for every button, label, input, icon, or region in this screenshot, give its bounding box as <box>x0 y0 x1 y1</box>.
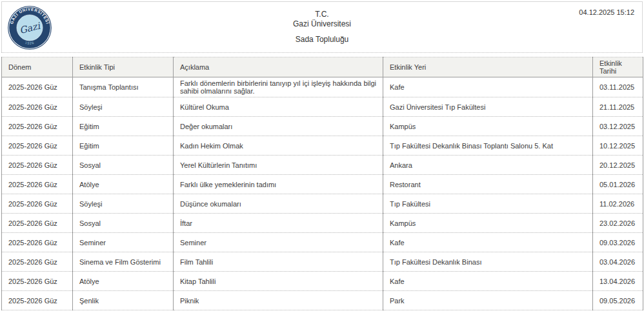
table-row: 2025-2026 GüzSinema ve Film GösterimiFil… <box>2 252 643 272</box>
table-row: 2025-2026 GüzEğitimKadın Hekim OlmakTıp … <box>2 136 643 156</box>
title-community: Sada Topluluğu <box>2 35 642 45</box>
cell-etkinlik-tipi: Eğitim <box>73 136 174 156</box>
cell-donem: 2025-2026 Güz <box>2 194 73 214</box>
cell-aciklama: İftar <box>174 214 383 233</box>
report-header: GAZİ ÜNİVERSİTESİ 1926 Gazi T.C. Gazi Ün… <box>1 1 643 53</box>
cell-etkinlik-tarihi: 09.03.2026 <box>593 233 643 252</box>
cell-aciklama: Piknik <box>174 291 383 310</box>
cell-etkinlik-tipi: Seminer <box>73 233 174 252</box>
column-header-etkinlik-yeri: Etkinlik Yeri <box>383 57 593 77</box>
table-row: 2025-2026 GüzSeminerSeminerKafe09.03.202… <box>2 233 643 252</box>
cell-etkinlik-yeri: Kafe <box>383 77 593 97</box>
cell-etkinlik-yeri: Kampüs <box>383 117 593 136</box>
table-row: 2025-2026 GüzSosyalYerel Kültürlerin Tan… <box>2 156 643 175</box>
cell-aciklama: Farklı dönemlerin birbirlerini tanıyıp y… <box>174 77 383 97</box>
cell-donem: 2025-2026 Güz <box>2 214 73 233</box>
report-page: GAZİ ÜNİVERSİTESİ 1926 Gazi T.C. Gazi Ün… <box>0 0 644 313</box>
cell-aciklama: Kitap Tahlili <box>174 272 383 291</box>
cell-aciklama: Düşünce okumaları <box>174 194 383 214</box>
cell-etkinlik-yeri: Park <box>383 291 593 310</box>
cell-etkinlik-yeri: Tıp Fakültesi Dekanlık Binası Toplantı S… <box>383 136 593 156</box>
cell-aciklama: Seminer <box>174 233 383 252</box>
cell-etkinlik-tipi: Sosyal <box>73 156 174 175</box>
cell-etkinlik-tarihi: 11.02.2026 <box>593 194 643 214</box>
cell-etkinlik-yeri: Gazi Üniversitesi Tıp Fakültesi <box>383 97 593 117</box>
cell-etkinlik-tarihi: 03.04.2026 <box>593 252 643 272</box>
cell-etkinlik-tipi: Söyleşi <box>73 97 174 117</box>
cell-etkinlik-tarihi: 03.12.2025 <box>593 117 643 136</box>
column-header-donem: Dönem <box>2 57 73 77</box>
cell-etkinlik-yeri: Tıp Fakültesi Dekanlık Binası <box>383 252 593 272</box>
cell-etkinlik-tipi: Söyleşi <box>73 194 174 214</box>
cell-donem: 2025-2026 Güz <box>2 233 73 252</box>
table-row: 2025-2026 GüzSöyleşiDüşünce okumalarıTıp… <box>2 194 643 214</box>
cell-donem: 2025-2026 Güz <box>2 156 73 175</box>
column-header-etkinlik-tarihi: Etkinlik Tarihi <box>593 57 643 77</box>
report-title-block: T.C. Gazi Üniversitesi Sada Topluluğu <box>2 10 642 45</box>
events-table-body: 2025-2026 GüzTanışma ToplantısıFarklı dö… <box>2 77 643 310</box>
column-header-etkinlik-tipi: Etkinlik Tipi <box>73 57 174 77</box>
cell-donem: 2025-2026 Güz <box>2 252 73 272</box>
header-row: Dönem Etkinlik Tipi Açıklama Etkinlik Ye… <box>2 57 643 77</box>
cell-etkinlik-yeri: Kafe <box>383 272 593 291</box>
title-university: Gazi Üniversitesi <box>2 19 642 29</box>
cell-etkinlik-yeri: Tıp Fakültesi <box>383 194 593 214</box>
cell-donem: 2025-2026 Güz <box>2 291 73 310</box>
events-table: Dönem Etkinlik Tipi Açıklama Etkinlik Ye… <box>1 57 643 310</box>
cell-aciklama: Değer okumaları <box>174 117 383 136</box>
table-row: 2025-2026 GüzSosyalİftarKampüs23.02.2026 <box>2 214 643 233</box>
cell-donem: 2025-2026 Güz <box>2 77 73 97</box>
cell-aciklama: Yerel Kültürlerin Tanıtımı <box>174 156 383 175</box>
table-row: 2025-2026 GüzAtölyeFarklı ülke yemekleri… <box>2 175 643 194</box>
table-row: 2025-2026 GüzAtölyeKitap TahliliKafe13.0… <box>2 272 643 291</box>
cell-etkinlik-tipi: Sinema ve Film Gösterimi <box>73 252 174 272</box>
cell-donem: 2025-2026 Güz <box>2 136 73 156</box>
table-row: 2025-2026 GüzTanışma ToplantısıFarklı dö… <box>2 77 643 97</box>
table-row: 2025-2026 GüzŞenlikPiknikPark09.05.2026 <box>2 291 643 310</box>
cell-etkinlik-tipi: Sosyal <box>73 214 174 233</box>
cell-etkinlik-yeri: Kampüs <box>383 214 593 233</box>
cell-etkinlik-tarihi: 09.05.2026 <box>593 291 643 310</box>
cell-etkinlik-tarihi: 20.12.2025 <box>593 156 643 175</box>
column-header-aciklama: Açıklama <box>174 57 383 77</box>
cell-etkinlik-tipi: Şenlik <box>73 291 174 310</box>
cell-etkinlik-tarihi: 10.12.2025 <box>593 136 643 156</box>
cell-etkinlik-yeri: Kafe <box>383 233 593 252</box>
cell-aciklama: Kadın Hekim Olmak <box>174 136 383 156</box>
cell-aciklama: Kültürel Okuma <box>174 97 383 117</box>
cell-aciklama: Film Tahlili <box>174 252 383 272</box>
cell-etkinlik-tipi: Atölye <box>73 175 174 194</box>
cell-donem: 2025-2026 Güz <box>2 175 73 194</box>
cell-aciklama: Farklı ülke yemeklerinin tadımı <box>174 175 383 194</box>
cell-etkinlik-yeri: Restorant <box>383 175 593 194</box>
cell-etkinlik-yeri: Ankara <box>383 156 593 175</box>
cell-etkinlik-tarihi: 05.01.2026 <box>593 175 643 194</box>
title-tc: T.C. <box>2 10 642 19</box>
cell-etkinlik-tipi: Atölye <box>73 272 174 291</box>
cell-donem: 2025-2026 Güz <box>2 272 73 291</box>
cell-etkinlik-tarihi: 03.11.2025 <box>593 77 643 97</box>
cell-donem: 2025-2026 Güz <box>2 97 73 117</box>
cell-donem: 2025-2026 Güz <box>2 117 73 136</box>
cell-etkinlik-tarihi: 13.04.2026 <box>593 272 643 291</box>
table-row: 2025-2026 GüzEğitimDeğer okumalarıKampüs… <box>2 117 643 136</box>
table-row: 2025-2026 GüzSöyleşiKültürel OkumaGazi Ü… <box>2 97 643 117</box>
cell-etkinlik-tarihi: 23.02.2026 <box>593 214 643 233</box>
cell-etkinlik-tipi: Eğitim <box>73 117 174 136</box>
cell-etkinlik-tipi: Tanışma Toplantısı <box>73 77 174 97</box>
cell-etkinlik-tarihi: 21.11.2025 <box>593 97 643 117</box>
events-table-header: Dönem Etkinlik Tipi Açıklama Etkinlik Ye… <box>2 57 643 77</box>
report-timestamp: 04.12.2025 15:12 <box>579 8 634 16</box>
